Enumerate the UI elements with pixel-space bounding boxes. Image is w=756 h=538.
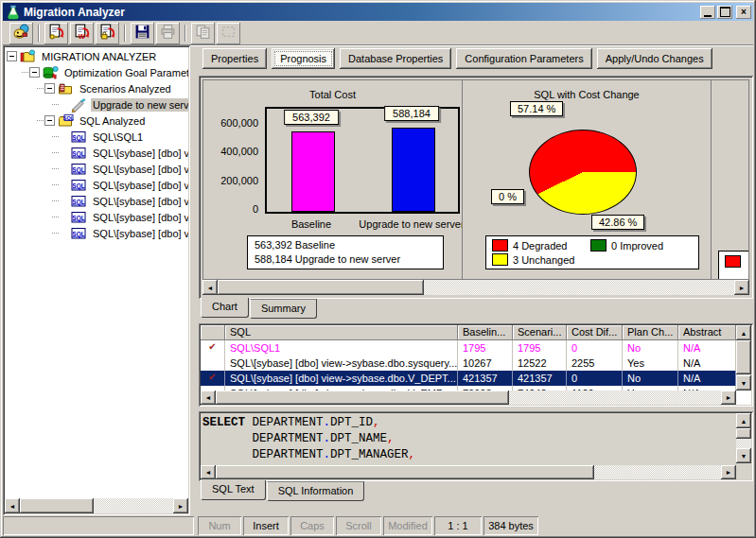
export-report-word-button[interactable]: W [70, 23, 94, 44]
sql-badge-icon: SQL [71, 194, 88, 209]
table-row[interactable]: ✔SQL\[sybase] [dbo] view->sybase.dbo.V_D… [201, 371, 736, 386]
export-report-query-button[interactable] [96, 23, 119, 44]
tree-item-sql-sybase-dbo-v[interactable]: SQLSQL\[sybase] [dbo] v [5, 161, 188, 177]
sql-view-tab-sql-information[interactable]: SQL Information [267, 481, 365, 501]
tree-expand-toggle[interactable] [7, 51, 17, 61]
next-chart-panel-partial [712, 80, 748, 279]
view-button-database-properties[interactable]: Database Properties [340, 48, 451, 69]
document-export-w-icon: W [74, 24, 90, 43]
view-button-prognosis[interactable]: Prognosis [272, 48, 335, 69]
svg-text:SQL: SQL [72, 133, 84, 141]
pie-legend-label: 0 Improved [611, 240, 663, 252]
bar-chart-legend: 563,392 Baseline588,184 Upgrade to new s… [247, 235, 444, 269]
status-bar: NumInsertCapsScrollModified1 : 1384 byte… [3, 514, 753, 535]
window-title: Migration Analyzer [24, 6, 698, 19]
column-header-plan-ch[interactable]: Plan Ch... [623, 325, 678, 340]
scroll-left-button[interactable]: ◄ [201, 390, 216, 405]
view-button-properties[interactable]: Properties [202, 48, 267, 69]
sql-view-tab-sql-text[interactable]: SQL Text [201, 480, 266, 500]
scroll-down-button[interactable]: ▼ [736, 375, 751, 390]
status-scroll: Scroll [336, 516, 381, 535]
table-hscrollbar[interactable]: ◄ ► [201, 390, 736, 405]
scroll-thumb[interactable] [736, 428, 751, 439]
tree-item-sql-sybase-dbo-v[interactable]: SQLSQL\[sybase] [dbo] v [5, 193, 188, 209]
document-export-key-icon [48, 24, 64, 43]
chart-view-tab-chart[interactable]: Chart [201, 298, 249, 318]
column-header-abstract[interactable]: Abstract [678, 325, 736, 340]
tree-hscrollbar[interactable]: ◄ ► [5, 498, 188, 513]
y-axis-tick-label: 400,000 [203, 146, 258, 157]
view-button-configuration-parameters[interactable]: Configuration Parameters [456, 48, 591, 69]
svg-text:SQL: SQL [63, 114, 74, 120]
print-button[interactable] [156, 23, 180, 44]
scroll-left-button[interactable]: ◄ [5, 498, 20, 513]
copy-button[interactable] [191, 23, 215, 44]
scroll-thumb[interactable] [218, 280, 424, 295]
sql-text-editor[interactable]: SELECT DEPARTMENT.DPT_ID, DEPARTMENT.DPT… [202, 415, 734, 463]
sql-vscrollbar[interactable]: ▲ ▼ [736, 413, 751, 463]
scroll-thumb[interactable] [20, 498, 94, 513]
tree-item-upgrade-to-new-serve[interactable]: Upgrade to new serve [5, 96, 188, 113]
export-report-key-button[interactable] [44, 23, 68, 44]
tree-item-label: SQL\[sybase] [dbo] v [91, 211, 188, 224]
prognosis-chart-area: Total Cost 563,392 Baseline588,184 Upgra… [199, 76, 753, 299]
column-header-baselin[interactable]: Baselin... [458, 325, 513, 340]
scroll-right-button[interactable]: ► [734, 280, 749, 295]
svg-text:SQL: SQL [72, 149, 84, 157]
sql-folder-icon: SQL [58, 113, 75, 129]
table-row[interactable]: SQL\[sybase] [dbo] view->sybase.dbo.sysq… [201, 356, 736, 371]
charts-hscrollbar[interactable]: ◄ ► [202, 280, 749, 295]
tree-item-sql-analyzed[interactable]: SQLSQL Analyzed [5, 113, 188, 129]
scroll-right-button[interactable]: ► [721, 390, 736, 405]
pie-legend-label: 4 Degraded [513, 240, 568, 252]
charts-viewport: Total Cost 563,392 Baseline588,184 Upgra… [202, 79, 749, 280]
save-button[interactable] [131, 23, 154, 44]
scroll-up-button[interactable]: ▲ [736, 413, 751, 428]
maximize-button[interactable] [717, 6, 732, 19]
total-cost-chart: Total Cost 563,392 Baseline588,184 Upgra… [203, 80, 463, 279]
tree-expand-toggle[interactable] [44, 83, 55, 94]
tree-item-optimization-goal-parameter[interactable]: Optimization Goal Parameter [5, 64, 188, 80]
panel-splitter[interactable] [190, 45, 199, 515]
scroll-right-button[interactable]: ► [721, 465, 736, 479]
tree-item-sql-sybase-dbo-v[interactable]: SQLSQL\[sybase] [dbo] v [5, 209, 188, 225]
status-caps: Caps [290, 516, 334, 535]
table-row[interactable]: ✔SQL\SQL1179517950NoN/A [201, 340, 736, 356]
cell-abstract: N/A [678, 356, 736, 371]
select-button[interactable] [217, 23, 240, 44]
tree-item-sql-sybase-dbo-v[interactable]: SQLSQL\[sybase] [dbo] v [5, 177, 188, 193]
scroll-left-button[interactable]: ◄ [201, 465, 216, 479]
bar-value-label: 588,184 [384, 106, 439, 121]
cell-scenari: 12522 [513, 356, 567, 371]
svg-text:SQL: SQL [72, 198, 84, 205]
tree-item-sql-sybase-dbo-v[interactable]: SQLSQL\[sybase] [dbo] v [5, 225, 188, 241]
scroll-thumb[interactable] [216, 465, 594, 479]
tree-expand-toggle[interactable] [44, 115, 55, 126]
chart-view-tab-summary[interactable]: Summary [250, 299, 317, 319]
tree-item-sql-sybase-dbo-v[interactable]: SQLSQL\[sybase] [dbo] v [5, 145, 188, 161]
column-header-check[interactable] [201, 325, 225, 340]
column-header-cost-dif[interactable]: Cost Dif... [567, 325, 623, 340]
tree-expand-toggle[interactable] [29, 67, 40, 78]
document-export-lock-icon [99, 24, 115, 43]
table-body: ✔SQL\SQL1179517950NoN/ASQL\[sybase] [dbo… [201, 340, 736, 390]
close-button[interactable]: × [736, 6, 751, 19]
tree-item-scenarios-analyzed[interactable]: Scenarios Analyzed [5, 80, 188, 96]
wizard-button[interactable] [9, 23, 33, 44]
scroll-right-button[interactable]: ► [173, 498, 188, 513]
table-vscrollbar[interactable]: ▲ ▼ [736, 325, 751, 390]
minimize-button[interactable] [700, 6, 715, 19]
sql-hscrollbar[interactable]: ◄ ► [201, 465, 736, 479]
scroll-left-button[interactable]: ◄ [202, 280, 218, 295]
column-header-scenari[interactable]: Scenari... [513, 325, 567, 340]
tree-item-sql-sql1[interactable]: SQLSQL\SQL1 [5, 129, 188, 145]
scroll-down-button[interactable]: ▼ [736, 448, 751, 463]
view-button-apply-undo-changes[interactable]: Apply/Undo Changes [597, 48, 712, 69]
scroll-thumb[interactable] [736, 340, 751, 374]
scroll-up-button[interactable]: ▲ [736, 325, 751, 340]
column-header-sql[interactable]: SQL [225, 325, 458, 340]
pie-legend-item: 4 Degraded [492, 239, 590, 252]
tree-item-migration-analyzer[interactable]: MIGRATION ANALYZER [5, 48, 188, 64]
status-384-bytes: 384 bytes [483, 516, 538, 535]
scroll-thumb[interactable] [216, 390, 509, 405]
